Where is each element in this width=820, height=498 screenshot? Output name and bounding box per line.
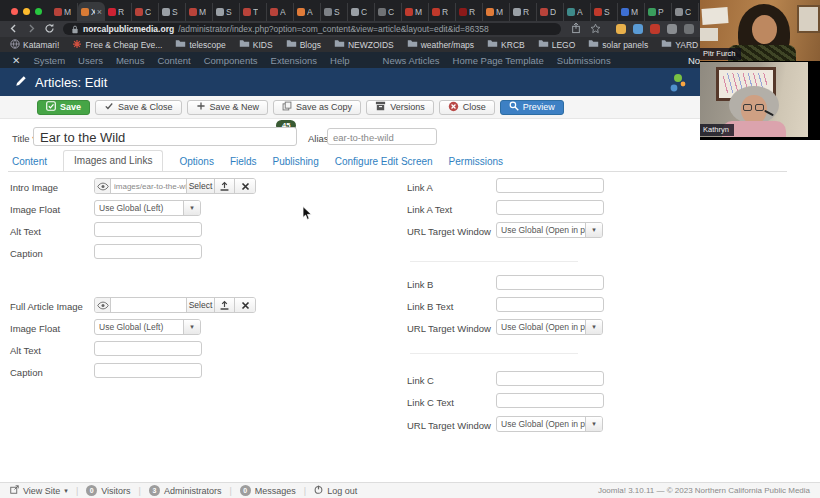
bookmark-item[interactable]: YARD	[661, 39, 698, 50]
link-b-text-input[interactable]	[496, 297, 604, 312]
browser-tab[interactable]: S	[159, 3, 186, 21]
back-icon[interactable]	[8, 20, 19, 38]
upload-icon[interactable]	[214, 179, 234, 193]
browser-tab[interactable]: A	[267, 3, 294, 21]
image-float-select[interactable]: Use Global (Left)▾	[94, 200, 201, 216]
admin-menu-item[interactable]: System	[33, 55, 65, 66]
link-c-input[interactable]	[496, 371, 604, 386]
bookmark-item[interactable]: LEGO	[538, 39, 576, 50]
form-tab-configure-edit-screen[interactable]: Configure Edit Screen	[335, 156, 433, 171]
url-target-window-select[interactable]: Use Global (Open in parent w…▾	[496, 416, 603, 432]
form-tab-fields[interactable]: Fields	[230, 156, 257, 171]
admin-menu-item[interactable]: Home Page Template	[453, 55, 544, 66]
save-as-copy-button[interactable]: Save as Copy	[273, 100, 361, 115]
close-window-button[interactable]	[11, 8, 18, 15]
admin-menu-item[interactable]: Help	[330, 55, 350, 66]
bookmark-item[interactable]: KRCB	[487, 39, 525, 50]
browser-tab[interactable]: C	[132, 3, 159, 21]
browser-tab[interactable]: C	[672, 3, 699, 21]
upload-icon[interactable]	[214, 298, 234, 312]
browser-tab[interactable]: M	[402, 3, 429, 21]
select-image-button[interactable]: Select	[186, 179, 214, 193]
save-button[interactable]: Save	[37, 100, 90, 115]
link-a-input[interactable]	[496, 178, 604, 193]
share-icon[interactable]	[571, 20, 581, 38]
clear-x-icon[interactable]	[234, 179, 255, 193]
chevron-down-icon[interactable]: ▾	[585, 223, 602, 237]
bookmark-item[interactable]: Free & Cheap Eve...	[72, 39, 162, 51]
address-bar[interactable]: norcalpublicmedia.org/administrator/inde…	[63, 23, 561, 35]
extension-icon[interactable]	[633, 24, 643, 34]
bookmark-item[interactable]: Katamari!	[10, 39, 59, 51]
tab-close-icon[interactable]: ×	[97, 7, 102, 17]
link-b-input[interactable]	[496, 275, 604, 290]
bookmark-item[interactable]: weather/maps	[407, 39, 474, 50]
browser-tab[interactable]: S	[321, 3, 348, 21]
admin-menu-item[interactable]: Components	[204, 55, 258, 66]
browser-tab[interactable]: M	[186, 3, 213, 21]
forward-icon[interactable]	[26, 20, 37, 38]
admin-menu-item[interactable]: Content	[157, 55, 190, 66]
close-button[interactable]: Close	[439, 100, 495, 115]
clear-x-icon[interactable]	[234, 298, 255, 312]
browser-tab[interactable]: R	[105, 3, 132, 21]
chevron-down-icon[interactable]: ▾	[183, 320, 200, 334]
browser-tab[interactable]: A	[294, 3, 321, 21]
reload-icon[interactable]	[44, 20, 55, 38]
minimize-window-button[interactable]	[23, 8, 30, 15]
alt-text-input[interactable]	[94, 341, 202, 356]
browser-tab[interactable]: S	[213, 3, 240, 21]
link-a-text-input[interactable]	[496, 200, 604, 215]
image-path-input[interactable]: images/ear-to-the-wild-a	[111, 179, 186, 193]
admin-menu-item[interactable]: Menus	[116, 55, 145, 66]
versions-button[interactable]: Versions	[366, 100, 434, 115]
form-tab-publishing[interactable]: Publishing	[273, 156, 319, 171]
browser-tab[interactable]: R	[429, 3, 456, 21]
preview-eye-button[interactable]	[95, 298, 111, 312]
bookmark-item[interactable]: Blogs	[286, 39, 321, 50]
extension-icon[interactable]	[650, 24, 660, 34]
url-target-window-select[interactable]: Use Global (Open in parent w…▾	[496, 222, 603, 238]
browser-tab[interactable]: A	[564, 3, 591, 21]
extension-icon[interactable]	[616, 24, 626, 34]
save-new-button[interactable]: Save & New	[187, 100, 269, 115]
bookmark-item[interactable]: KIDS	[239, 39, 273, 50]
bookmark-item[interactable]: NEWZOIDS	[334, 39, 394, 50]
chevron-down-icon[interactable]: ▾	[585, 417, 602, 431]
form-tab-images-and-links[interactable]: Images and Links	[63, 150, 163, 172]
caption-input[interactable]	[94, 363, 202, 378]
select-image-button[interactable]: Select	[186, 298, 214, 312]
browser-tab[interactable]: D	[537, 3, 564, 21]
image-float-select[interactable]: Use Global (Left)▾	[94, 319, 201, 335]
browser-tab[interactable]: C	[375, 3, 402, 21]
extension-icon[interactable]	[667, 24, 677, 34]
admin-menu-item[interactable]: Submissions	[557, 55, 611, 66]
browser-tab[interactable]: C	[348, 3, 375, 21]
caption-input[interactable]	[94, 244, 202, 259]
chevron-down-icon[interactable]: ▾	[585, 320, 602, 334]
bookmark-item[interactable]: telescope	[175, 39, 225, 50]
logout-button[interactable]: Log out	[314, 485, 357, 496]
bookmark-star-icon[interactable]	[590, 20, 601, 38]
browser-tab[interactable]: S	[591, 3, 618, 21]
extension-icon[interactable]	[684, 24, 694, 34]
title-input[interactable]: Ear to the Wild	[33, 127, 297, 146]
preview-eye-button[interactable]	[95, 179, 111, 193]
alias-input[interactable]: ear-to-the-wild	[327, 128, 437, 145]
zoom-window-button[interactable]	[35, 8, 42, 15]
browser-tab[interactable]: R	[456, 3, 483, 21]
bookmark-item[interactable]: solar panels	[588, 39, 648, 50]
form-tab-options[interactable]: Options	[179, 156, 213, 171]
admin-menu-item[interactable]: Extensions	[271, 55, 317, 66]
browser-tab[interactable]: P	[645, 3, 672, 21]
chevron-down-icon[interactable]: ▾	[183, 201, 200, 215]
browser-tab[interactable]: X×	[78, 2, 105, 21]
view-site-button[interactable]: View Site▾	[10, 485, 68, 496]
browser-tab[interactable]: M	[618, 3, 645, 21]
browser-tab[interactable]: M	[51, 3, 78, 21]
visitors-counter[interactable]: 0Visitors	[86, 485, 130, 496]
admin-menu-item[interactable]: Users	[78, 55, 103, 66]
alt-text-input[interactable]	[94, 222, 202, 237]
form-tab-content[interactable]: Content	[12, 156, 47, 171]
administrators-counter[interactable]: 3Administrators	[149, 485, 222, 496]
